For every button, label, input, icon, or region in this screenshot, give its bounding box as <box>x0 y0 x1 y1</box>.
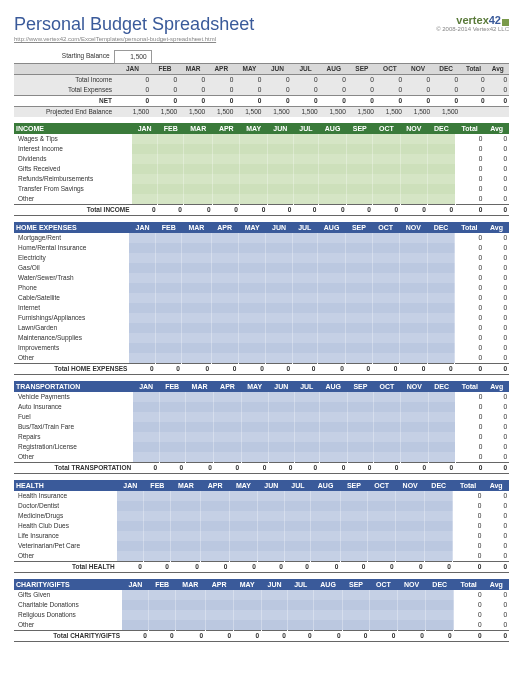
cell[interactable] <box>319 392 347 402</box>
cell[interactable] <box>373 164 400 174</box>
cell[interactable] <box>367 511 395 521</box>
cell[interactable] <box>399 233 427 243</box>
cell[interactable] <box>268 452 294 463</box>
cell[interactable]: 0 <box>179 95 207 106</box>
cell[interactable] <box>241 442 268 452</box>
cell[interactable] <box>211 323 238 333</box>
cell[interactable] <box>258 521 285 531</box>
cell[interactable]: 0 <box>207 85 235 96</box>
cell[interactable] <box>396 541 425 551</box>
cell[interactable] <box>129 283 155 293</box>
cell[interactable] <box>317 273 346 283</box>
cell[interactable] <box>373 154 400 164</box>
cell[interactable] <box>258 541 285 551</box>
cell[interactable] <box>266 333 292 343</box>
cell[interactable] <box>397 600 425 610</box>
cell[interactable] <box>132 174 158 184</box>
cell[interactable] <box>149 610 176 620</box>
cell[interactable] <box>428 164 455 174</box>
cell[interactable] <box>346 253 372 263</box>
cell[interactable] <box>317 293 346 303</box>
cell[interactable] <box>182 343 211 353</box>
cell[interactable] <box>266 313 292 323</box>
cell[interactable] <box>241 452 268 463</box>
cell[interactable] <box>426 620 454 631</box>
starting-value[interactable]: 1,500 <box>114 51 151 64</box>
cell[interactable] <box>428 412 455 422</box>
cell[interactable] <box>122 610 149 620</box>
cell[interactable] <box>346 273 372 283</box>
cell[interactable] <box>129 303 155 313</box>
cell[interactable] <box>233 600 261 610</box>
cell[interactable] <box>367 531 395 541</box>
cell[interactable] <box>268 442 294 452</box>
cell[interactable]: 0 <box>235 85 263 96</box>
cell[interactable]: 1,500 <box>376 106 404 117</box>
cell[interactable] <box>214 412 241 422</box>
cell[interactable] <box>372 343 399 353</box>
cell[interactable] <box>238 243 266 253</box>
cell[interactable] <box>268 412 294 422</box>
cell[interactable] <box>314 620 343 631</box>
cell[interactable] <box>311 551 340 562</box>
cell[interactable] <box>117 551 144 562</box>
cell[interactable] <box>238 283 266 293</box>
cell[interactable] <box>373 412 400 422</box>
cell[interactable] <box>427 263 454 273</box>
cell[interactable] <box>288 620 314 631</box>
cell[interactable] <box>238 233 266 243</box>
cell[interactable] <box>266 283 292 293</box>
cell[interactable] <box>184 164 213 174</box>
cell[interactable] <box>268 432 294 442</box>
cell[interactable]: 0 <box>263 95 291 106</box>
cell[interactable] <box>396 531 425 541</box>
cell[interactable] <box>159 452 185 463</box>
cell[interactable] <box>133 442 159 452</box>
cell[interactable] <box>156 253 182 263</box>
cell[interactable] <box>214 392 241 402</box>
cell[interactable] <box>258 491 285 501</box>
cell[interactable] <box>372 263 399 273</box>
cell[interactable]: 0 <box>179 74 207 85</box>
cell[interactable]: 0 <box>320 85 348 96</box>
cell[interactable] <box>205 620 233 631</box>
cell[interactable] <box>294 452 319 463</box>
cell[interactable] <box>369 590 397 600</box>
cell[interactable] <box>285 521 311 531</box>
cell[interactable]: 0 <box>376 85 404 96</box>
cell[interactable] <box>428 134 455 144</box>
cell[interactable] <box>317 323 346 333</box>
cell[interactable] <box>346 343 372 353</box>
cell[interactable] <box>428 452 455 463</box>
cell[interactable] <box>373 402 400 412</box>
cell[interactable] <box>347 412 373 422</box>
cell[interactable] <box>132 194 158 205</box>
cell[interactable] <box>396 551 425 562</box>
cell[interactable] <box>292 293 317 303</box>
cell[interactable] <box>318 154 346 164</box>
cell[interactable] <box>346 233 372 243</box>
cell[interactable] <box>238 313 266 323</box>
cell[interactable] <box>347 442 373 452</box>
cell[interactable] <box>156 243 182 253</box>
cell[interactable] <box>211 333 238 343</box>
cell[interactable] <box>317 333 346 343</box>
cell[interactable] <box>159 442 185 452</box>
cell[interactable] <box>369 600 397 610</box>
cell[interactable] <box>292 253 317 263</box>
cell[interactable] <box>340 521 367 531</box>
cell[interactable] <box>201 521 229 531</box>
cell[interactable]: 1,500 <box>179 106 207 117</box>
cell[interactable] <box>240 164 267 174</box>
cell[interactable] <box>372 243 399 253</box>
cell[interactable] <box>396 521 425 531</box>
cell[interactable] <box>428 194 455 205</box>
cell[interactable] <box>318 134 346 144</box>
cell[interactable] <box>367 501 395 511</box>
cell[interactable] <box>184 154 213 164</box>
cell[interactable] <box>158 194 184 205</box>
cell[interactable] <box>211 353 238 364</box>
cell[interactable] <box>372 323 399 333</box>
cell[interactable] <box>213 194 240 205</box>
cell[interactable] <box>158 174 184 184</box>
